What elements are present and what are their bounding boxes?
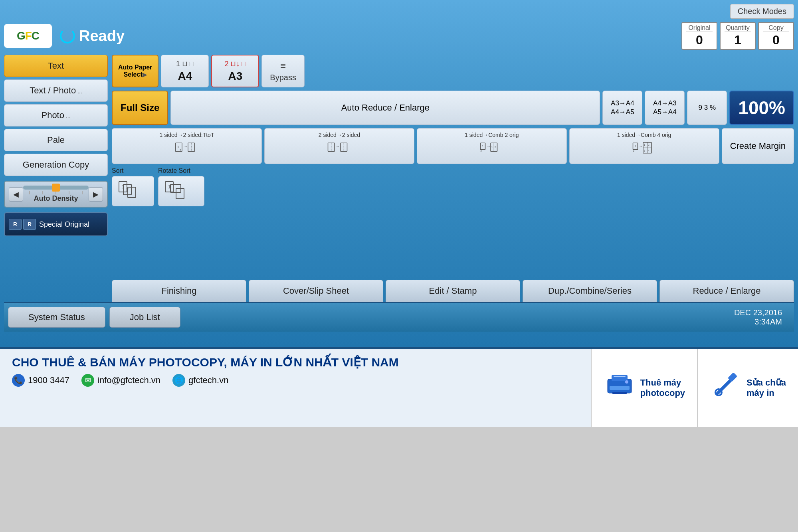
duplex-comb2-button[interactable]: 1 sided→Comb 2 orig 1 2 → 1 2 bbox=[417, 128, 567, 164]
quantity-counter: Quantity 1 bbox=[720, 22, 756, 50]
density-slider-thumb[interactable] bbox=[52, 184, 60, 192]
svg-rect-38 bbox=[176, 188, 184, 199]
quantity-value: 1 bbox=[725, 33, 751, 47]
copier-ui: Check Modes GFC Ready Original 0 Quantit… bbox=[0, 0, 798, 347]
copy-value: 0 bbox=[763, 33, 789, 47]
size-a3-label: A3 bbox=[228, 70, 242, 83]
main-content: Text Text / Photo Photo Pale Generation … bbox=[4, 55, 794, 302]
ad-service-photocopy: Thuê máyphotocopy bbox=[591, 349, 697, 427]
size-a4-label: A4 bbox=[178, 70, 192, 83]
percent-100-button[interactable]: 100% bbox=[729, 91, 794, 125]
ratio1-line2: A4→A5 bbox=[611, 108, 634, 116]
density-ticks bbox=[23, 191, 89, 194]
special-original-icons: R R bbox=[9, 219, 36, 230]
svg-text:2: 2 bbox=[495, 145, 496, 149]
sidebar-item-generation-copy[interactable]: Generation Copy bbox=[4, 154, 108, 176]
density-increase-button[interactable]: ▶ bbox=[89, 187, 103, 202]
ad-right-content: Thuê máyphotocopy Sửa chữamáy in bbox=[591, 349, 798, 427]
bypass-label: Bypass bbox=[270, 73, 296, 82]
copy-label: Copy bbox=[763, 24, 789, 32]
density-tick bbox=[82, 191, 83, 194]
repair-icon bbox=[710, 369, 742, 407]
status-bar: GFC Ready Original 0 Quantity 1 Copy 0 bbox=[4, 22, 794, 50]
sidebar-item-text-photo[interactable]: Text / Photo bbox=[4, 79, 108, 102]
sort-icon: 1 2 bbox=[117, 180, 149, 200]
logo-area: GFC bbox=[4, 24, 52, 48]
original-counter: Original 0 bbox=[681, 22, 717, 50]
density-control: ◀ Auto Density ▶ bbox=[4, 181, 108, 208]
ratio-a3-a4-button[interactable]: A3→A4 A4→A5 bbox=[602, 91, 642, 125]
density-decrease-button[interactable]: ◀ bbox=[9, 187, 23, 202]
duplex-comb2-label: 1 sided→Comb 2 orig bbox=[465, 132, 519, 138]
rotate-sort-label: Rotate Sort bbox=[158, 167, 190, 174]
paper-size-a3-button[interactable]: 2 ⊔↓ □ A3 bbox=[211, 55, 259, 87]
repair-service-label: Sửa chữamáy in bbox=[747, 378, 786, 398]
sidebar-item-pale[interactable]: Pale bbox=[4, 129, 108, 151]
system-status-bar: System Status Job List DEC 23,2016 3:34A… bbox=[4, 302, 794, 332]
density-slider-track[interactable] bbox=[23, 186, 89, 190]
tab-edit-stamp[interactable]: Edit / Stamp bbox=[386, 280, 520, 302]
ratio-a4-a3-button[interactable]: A4→A3 A5→A4 bbox=[645, 91, 685, 125]
svg-text:→: → bbox=[184, 144, 188, 149]
tab-reduce-enlarge[interactable]: Reduce / Enlarge bbox=[659, 280, 794, 302]
auto-paper-select-button[interactable]: Auto PaperSelect▶ bbox=[112, 55, 158, 87]
tab-finishing[interactable]: Finishing bbox=[112, 280, 246, 302]
bypass-button[interactable]: ≡ Bypass bbox=[261, 55, 305, 87]
datetime-area: DEC 23,2016 3:34AM bbox=[734, 308, 790, 326]
check-modes-button[interactable]: Check Modes bbox=[730, 4, 794, 19]
svg-text:1: 1 bbox=[482, 144, 483, 148]
duplex-1to2-button[interactable]: 1 sided→2 sided:TtoT 1 2 → bbox=[112, 128, 262, 164]
time-display: 3:34AM bbox=[734, 317, 782, 326]
counters-area: Original 0 Quantity 1 Copy 0 bbox=[681, 22, 794, 50]
website-url: gfctech.vn bbox=[188, 375, 228, 386]
special-original-button[interactable]: R R Special Original bbox=[4, 212, 108, 236]
tab-dup-combine-series[interactable]: Dup./Combine/Series bbox=[523, 280, 657, 302]
svg-rect-44 bbox=[614, 376, 626, 377]
duplex-comb4-icon: 1 2 → 1 2 3 4 bbox=[632, 140, 656, 160]
paper-row: Auto PaperSelect▶ 1 ⊔ □ A4 2 ⊔↓ □ A3 ≡ B… bbox=[112, 55, 794, 87]
create-margin-button[interactable]: Create Margin bbox=[722, 128, 794, 164]
sort-button[interactable]: 1 2 bbox=[112, 176, 154, 206]
duplex-2to2-icon: → bbox=[327, 140, 351, 160]
svg-text:2: 2 bbox=[480, 150, 482, 152]
website-icon: 🌐 bbox=[172, 374, 185, 387]
density-tick bbox=[42, 191, 43, 194]
svg-text:1: 1 bbox=[177, 145, 179, 149]
sidebar-item-text[interactable]: Text bbox=[4, 55, 108, 77]
sort-row: Sort 1 2 Rotate Sort bbox=[112, 167, 794, 206]
tray2-icons: 2 ⊔↓ □ bbox=[224, 59, 246, 68]
email-address: info@gfctech.vn bbox=[97, 375, 160, 386]
phone-icon: 📞 bbox=[12, 374, 25, 387]
bottom-tabs: Finishing Cover/Slip Sheet Edit / Stamp … bbox=[112, 280, 794, 302]
duplex-2to2-button[interactable]: 2 sided→2 sided → bbox=[264, 128, 414, 164]
svg-rect-41 bbox=[610, 386, 630, 390]
density-tick bbox=[55, 191, 56, 194]
svg-rect-9 bbox=[341, 143, 347, 151]
auto-reduce-enlarge-button[interactable]: Auto Reduce / Enlarge bbox=[170, 91, 600, 125]
sidebar-item-photo[interactable]: Photo bbox=[4, 104, 108, 127]
svg-text:1: 1 bbox=[644, 143, 645, 146]
phone-number: 1900 3447 bbox=[28, 375, 69, 386]
svg-line-45 bbox=[718, 379, 732, 393]
duplex-comb4-label: 1 sided→Comb 4 orig bbox=[617, 132, 671, 138]
system-status-button[interactable]: System Status bbox=[8, 307, 105, 328]
job-list-button[interactable]: Job List bbox=[109, 307, 180, 328]
svg-text:→: → bbox=[486, 144, 491, 148]
rotate-sort-button[interactable]: 1 bbox=[158, 176, 204, 206]
tray1-icons: 1 ⊔ □ bbox=[176, 59, 194, 68]
svg-text:1: 1 bbox=[491, 145, 493, 149]
ratio1-line1: A3→A4 bbox=[611, 99, 634, 107]
ad-phone: 📞 1900 3447 bbox=[12, 374, 69, 387]
duplex-comb4-button[interactable]: 1 sided→Comb 4 orig 1 2 → 1 2 3 4 bbox=[569, 128, 719, 164]
full-size-button[interactable]: Full Size bbox=[112, 91, 168, 125]
ready-status: Ready bbox=[60, 28, 673, 45]
special-icon-r1: R bbox=[9, 219, 22, 230]
email-icon: ✉ bbox=[81, 374, 94, 387]
ratio-93-button[interactable]: 9 3 % bbox=[687, 91, 727, 125]
svg-text:1: 1 bbox=[634, 144, 636, 148]
ad-contacts: 📞 1900 3447 ✉ info@gfctech.vn 🌐 gfctech.… bbox=[12, 374, 579, 387]
svg-rect-42 bbox=[612, 392, 627, 394]
density-tick bbox=[29, 191, 30, 194]
tab-cover-slip-sheet[interactable]: Cover/Slip Sheet bbox=[249, 280, 383, 302]
paper-size-a4-button[interactable]: 1 ⊔ □ A4 bbox=[161, 55, 209, 87]
